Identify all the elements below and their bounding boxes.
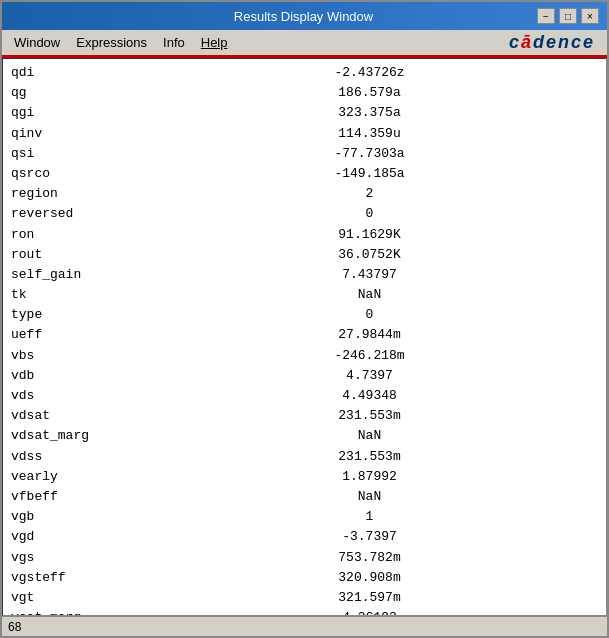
data-table[interactable]: qdi-2.43726zqg186.579aqgi323.375aqinv114… bbox=[2, 58, 607, 616]
results-display-window: Results Display Window − □ × Window Expr… bbox=[0, 0, 609, 638]
menu-expressions[interactable]: Expressions bbox=[68, 33, 155, 52]
cadence-logo: cādence bbox=[509, 32, 603, 53]
row-value: 0 bbox=[141, 205, 598, 223]
table-row: qgi323.375a bbox=[11, 103, 598, 123]
row-key: qdi bbox=[11, 64, 141, 82]
row-value: 186.579a bbox=[141, 84, 598, 102]
row-value: 0 bbox=[141, 306, 598, 324]
table-row: vgsteff320.908m bbox=[11, 568, 598, 588]
table-row: qinv114.359u bbox=[11, 124, 598, 144]
table-row: vgt321.597m bbox=[11, 588, 598, 608]
table-row: vds4.49348 bbox=[11, 386, 598, 406]
row-value: 321.597m bbox=[141, 589, 598, 607]
table-row: ueff27.9844m bbox=[11, 325, 598, 345]
row-key: vdsat bbox=[11, 407, 141, 425]
table-row: tkNaN bbox=[11, 285, 598, 305]
row-value: 231.553m bbox=[141, 407, 598, 425]
row-key: vsat_marg bbox=[11, 609, 141, 616]
row-value: 36.0752K bbox=[141, 246, 598, 264]
table-row: self_gain7.43797 bbox=[11, 265, 598, 285]
row-value: -3.7397 bbox=[141, 528, 598, 546]
row-value: -77.7303a bbox=[141, 145, 598, 163]
table-row: qdi-2.43726z bbox=[11, 63, 598, 83]
row-value: 7.43797 bbox=[141, 266, 598, 284]
table-row: vdsat231.553m bbox=[11, 406, 598, 426]
table-row: type0 bbox=[11, 305, 598, 325]
row-value: 4.26193 bbox=[141, 609, 598, 616]
row-value: 114.359u bbox=[141, 125, 598, 143]
row-key: vdsat_marg bbox=[11, 427, 141, 445]
row-value: 91.1629K bbox=[141, 226, 598, 244]
maximize-button[interactable]: □ bbox=[559, 8, 577, 24]
row-key: vdb bbox=[11, 367, 141, 385]
row-key: ron bbox=[11, 226, 141, 244]
menu-bar: Window Expressions Info Help cādence bbox=[2, 30, 607, 58]
row-key: qsrco bbox=[11, 165, 141, 183]
table-row: vgb1 bbox=[11, 507, 598, 527]
row-key: vgd bbox=[11, 528, 141, 546]
menu-window[interactable]: Window bbox=[6, 33, 68, 52]
row-value: 1.87992 bbox=[141, 468, 598, 486]
menu-info[interactable]: Info bbox=[155, 33, 193, 52]
row-key: qinv bbox=[11, 125, 141, 143]
table-row: ron91.1629K bbox=[11, 225, 598, 245]
status-value: 68 bbox=[8, 620, 21, 634]
table-row: region2 bbox=[11, 184, 598, 204]
table-row: qsrco-149.185a bbox=[11, 164, 598, 184]
row-value: 320.908m bbox=[141, 569, 598, 587]
row-value: 323.375a bbox=[141, 104, 598, 122]
row-key: tk bbox=[11, 286, 141, 304]
window-controls: − □ × bbox=[537, 8, 599, 24]
row-key: reversed bbox=[11, 205, 141, 223]
row-value: 753.782m bbox=[141, 549, 598, 567]
row-key: ueff bbox=[11, 326, 141, 344]
row-value: 4.7397 bbox=[141, 367, 598, 385]
row-key: vgsteff bbox=[11, 569, 141, 587]
title-bar: Results Display Window − □ × bbox=[2, 2, 607, 30]
table-row: vgs753.782m bbox=[11, 548, 598, 568]
row-value: -2.43726z bbox=[141, 64, 598, 82]
table-row: vsat_marg4.26193 bbox=[11, 608, 598, 616]
row-key: vearly bbox=[11, 468, 141, 486]
row-key: vfbeff bbox=[11, 488, 141, 506]
row-value: -246.218m bbox=[141, 347, 598, 365]
row-value: -149.185a bbox=[141, 165, 598, 183]
row-value: 2 bbox=[141, 185, 598, 203]
row-value: 4.49348 bbox=[141, 387, 598, 405]
content-area: qdi-2.43726zqg186.579aqgi323.375aqinv114… bbox=[2, 58, 607, 616]
table-row: vearly1.87992 bbox=[11, 467, 598, 487]
row-key: qgi bbox=[11, 104, 141, 122]
table-row: vbs-246.218m bbox=[11, 346, 598, 366]
table-row: vfbeffNaN bbox=[11, 487, 598, 507]
table-row: vgd-3.7397 bbox=[11, 527, 598, 547]
row-value: NaN bbox=[141, 488, 598, 506]
table-row: vdss231.553m bbox=[11, 447, 598, 467]
row-key: self_gain bbox=[11, 266, 141, 284]
row-key: qsi bbox=[11, 145, 141, 163]
row-key: vgb bbox=[11, 508, 141, 526]
minimize-button[interactable]: − bbox=[537, 8, 555, 24]
table-row: vdb4.7397 bbox=[11, 366, 598, 386]
row-key: type bbox=[11, 306, 141, 324]
row-value: 1 bbox=[141, 508, 598, 526]
row-key: rout bbox=[11, 246, 141, 264]
row-value: NaN bbox=[141, 286, 598, 304]
table-row: qsi-77.7303a bbox=[11, 144, 598, 164]
row-key: vdss bbox=[11, 448, 141, 466]
table-row: rout36.0752K bbox=[11, 245, 598, 265]
close-button[interactable]: × bbox=[581, 8, 599, 24]
row-key: vgt bbox=[11, 589, 141, 607]
table-row: reversed0 bbox=[11, 204, 598, 224]
row-value: 27.9844m bbox=[141, 326, 598, 344]
row-value: 231.553m bbox=[141, 448, 598, 466]
row-key: vbs bbox=[11, 347, 141, 365]
menu-help[interactable]: Help bbox=[193, 33, 236, 52]
row-key: region bbox=[11, 185, 141, 203]
status-bar: 68 bbox=[2, 616, 607, 636]
table-row: vdsat_margNaN bbox=[11, 426, 598, 446]
row-key: vds bbox=[11, 387, 141, 405]
row-key: vgs bbox=[11, 549, 141, 567]
row-key: qg bbox=[11, 84, 141, 102]
row-value: NaN bbox=[141, 427, 598, 445]
window-title: Results Display Window bbox=[70, 9, 537, 24]
